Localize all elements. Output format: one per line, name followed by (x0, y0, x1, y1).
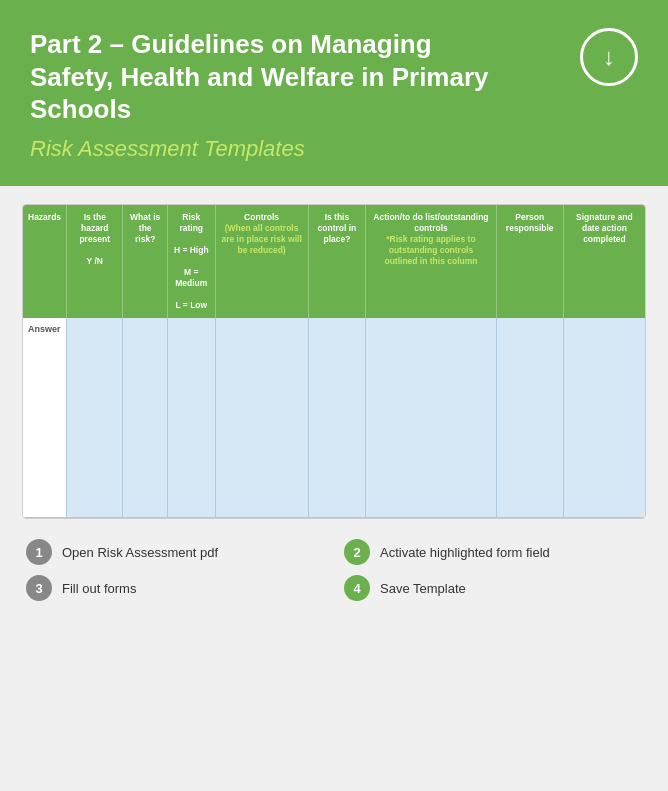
step-number-1: 1 (26, 539, 52, 565)
col-hazard-present: Is the hazard presentY /N (67, 205, 123, 318)
steps-grid: 1 Open Risk Assessment pdf 2 Activate hi… (26, 539, 642, 601)
step-number-2: 2 (344, 539, 370, 565)
table-header-row: Hazards Is the hazard presentY /N What i… (23, 205, 645, 318)
cell-control-in-place[interactable] (308, 318, 366, 518)
steps-section: 1 Open Risk Assessment pdf 2 Activate hi… (22, 539, 646, 601)
col-controls: Controls(When all controls are in place … (215, 205, 308, 318)
table-row: Answer (23, 318, 645, 518)
cell-signature-date[interactable] (563, 318, 645, 518)
step-text-4: Save Template (380, 581, 466, 596)
content-area: Hazards Is the hazard presentY /N What i… (0, 186, 668, 620)
download-icon: ↓ (603, 45, 615, 69)
step-item-4: 4 Save Template (344, 575, 642, 601)
header-section: Part 2 – Guidelines on Managing Safety, … (0, 0, 668, 186)
download-button[interactable]: ↓ (580, 28, 638, 86)
page-subtitle: Risk Assessment Templates (30, 136, 638, 162)
cell-controls[interactable] (215, 318, 308, 518)
step-number-3: 3 (26, 575, 52, 601)
cell-answer[interactable]: Answer (23, 318, 67, 518)
cell-action-todo[interactable] (366, 318, 496, 518)
col-hazards: Hazards (23, 205, 67, 318)
step-text-1: Open Risk Assessment pdf (62, 545, 218, 560)
col-signature-date: Signature and date action completed (563, 205, 645, 318)
risk-table: Hazards Is the hazard presentY /N What i… (23, 205, 645, 519)
step-item-2: 2 Activate highlighted form field (344, 539, 642, 565)
cell-risk[interactable] (123, 318, 168, 518)
col-risk: What is the risk? (123, 205, 168, 318)
cell-risk-rating[interactable] (167, 318, 215, 518)
col-action-todo: Action/to do list/outstanding controls*R… (366, 205, 496, 318)
cell-hazard-present[interactable] (67, 318, 123, 518)
page-title: Part 2 – Guidelines on Managing Safety, … (30, 28, 510, 126)
cell-person-responsible[interactable] (496, 318, 563, 518)
col-risk-rating: Risk ratingH = HighM = MediumL = Low (167, 205, 215, 318)
step-number-4: 4 (344, 575, 370, 601)
step-item-3: 3 Fill out forms (26, 575, 324, 601)
col-person-responsible: Person responsible (496, 205, 563, 318)
step-text-3: Fill out forms (62, 581, 136, 596)
col-control-in-place: Is this control in place? (308, 205, 366, 318)
table-container: Hazards Is the hazard presentY /N What i… (22, 204, 646, 520)
page-wrapper: Part 2 – Guidelines on Managing Safety, … (0, 0, 668, 791)
step-item-1: 1 Open Risk Assessment pdf (26, 539, 324, 565)
step-text-2: Activate highlighted form field (380, 545, 550, 560)
